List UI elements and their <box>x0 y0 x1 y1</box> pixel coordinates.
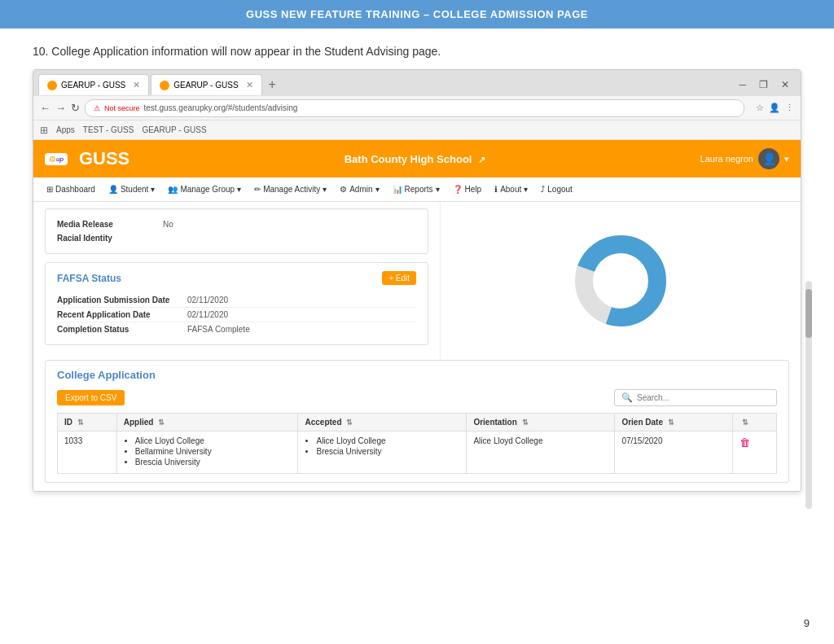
manage-group-dropdown-icon: ▾ <box>237 185 241 194</box>
profile-icon[interactable]: 👤 <box>769 103 780 113</box>
college-table: ID ⇅ Applied ⇅ Accepted ⇅ Orientation ⇅ … <box>57 413 777 474</box>
row-applied: Alice Lloyd College Bellarmine Universit… <box>116 432 298 474</box>
bookmarks-bar: ⊞ Apps TEST - GUSS GEARUP - GUSS <box>33 120 801 140</box>
close-button[interactable]: ✕ <box>778 79 792 90</box>
donut-chart <box>572 232 669 330</box>
college-search-box[interactable]: 🔍 <box>614 389 777 406</box>
page-number: 9 <box>804 617 810 629</box>
bookmark-gearup-guss[interactable]: GEARUP - GUSS <box>142 125 206 134</box>
about-dropdown-icon: ▾ <box>524 185 528 194</box>
browser-tabs: GEARUP - GUSS ✕ GEARUP - GUSS ✕ + ─ ❐ ✕ <box>33 70 801 96</box>
forward-button[interactable]: → <box>55 102 66 114</box>
tab-close-2[interactable]: ✕ <box>246 80 253 90</box>
avatar[interactable]: 👤 <box>758 148 779 169</box>
header-title: GUSS NEW FEATURE TRAINING – COLLEGE ADMI… <box>246 8 588 20</box>
nav-help[interactable]: ❓ Help <box>448 177 487 201</box>
bookmark-icon[interactable]: ☆ <box>756 103 764 113</box>
col-orien-date[interactable]: Orien Date ⇅ <box>615 414 733 432</box>
row-delete[interactable]: 🗑 <box>733 432 777 474</box>
table-row: 1033 Alice Lloyd College Bellarmine Univ… <box>58 432 777 474</box>
nav-manage-activity[interactable]: ✏ Manage Activity ▾ <box>249 177 331 201</box>
nav-dashboard[interactable]: ⊞ Dashboard <box>42 177 100 201</box>
back-button[interactable]: ← <box>40 102 50 114</box>
reports-icon: 📊 <box>393 185 402 194</box>
logo-area: ⚙ up GUSS <box>45 148 129 169</box>
nav-manage-group[interactable]: 👥 Manage Group ▾ <box>163 177 246 201</box>
manage-activity-icon: ✏ <box>254 185 261 194</box>
row-id: 1033 <box>58 432 117 474</box>
right-panel <box>441 202 801 360</box>
row-orientation: Alice Lloyd College <box>467 432 615 474</box>
bookmark-test-guss[interactable]: TEST - GUSS <box>83 125 134 134</box>
fafsa-row-0: Application Submission Date 02/11/2020 <box>57 293 416 308</box>
user-dropdown-icon[interactable]: ▾ <box>784 154 789 164</box>
media-release-value: No <box>163 220 173 229</box>
applied-item-1: Alice Lloyd College <box>135 436 292 445</box>
logo-guss-text: GUSS <box>79 148 129 169</box>
scrollbar-track[interactable] <box>805 281 812 509</box>
nav-logout[interactable]: ⤴ Logout <box>536 177 577 201</box>
fafsa-edit-button[interactable]: + Edit <box>382 271 416 285</box>
main-content: 10. College Application information will… <box>0 28 834 508</box>
nav-admin[interactable]: ⚙ Admin ▾ <box>335 177 384 201</box>
menu-icon[interactable]: ⋮ <box>785 103 794 113</box>
applied-item-2: Bellarmine University <box>135 447 292 456</box>
col-applied[interactable]: Applied ⇅ <box>116 414 298 432</box>
apps-grid-icon: ⊞ <box>40 125 48 136</box>
media-release-label: Media Release <box>57 220 155 229</box>
nav-bar: ⊞ Dashboard 👤 Student ▾ 👥 Manage Group ▾… <box>33 177 801 202</box>
url-text: test.guss.gearupky.org/#/students/advisi… <box>144 103 298 112</box>
racial-identity-row: Racial Identity <box>57 231 416 245</box>
external-link-icon[interactable]: ↗ <box>478 155 485 164</box>
scrollbar-thumb[interactable] <box>805 289 812 338</box>
nav-student[interactable]: 👤 Student ▾ <box>103 177 160 201</box>
row-orien-date: 07/15/2020 <box>615 432 733 474</box>
row-accepted: Alice Lloyd College Brescia University <box>298 432 467 474</box>
url-field[interactable]: ⚠ Not secure test.guss.gearupky.org/#/st… <box>85 99 744 117</box>
nav-about[interactable]: ℹ About ▾ <box>489 177 533 201</box>
fafsa-field-value-2: FAFSA Complete <box>187 325 250 334</box>
browser-tab-1[interactable]: GEARUP - GUSS ✕ <box>38 74 149 95</box>
new-tab-button[interactable]: + <box>264 77 281 92</box>
fafsa-row-1: Recent Application Date 02/11/2020 <box>57 308 416 322</box>
page-header: GUSS NEW FEATURE TRAINING – COLLEGE ADMI… <box>0 0 834 28</box>
reload-button[interactable]: ↻ <box>71 102 80 114</box>
user-name: Laura negron <box>700 154 753 164</box>
window-controls: ─ ❐ ✕ <box>735 79 796 90</box>
fafsa-row-2: Completion Status FAFSA Complete <box>57 322 416 336</box>
tab-favicon-2 <box>160 81 169 90</box>
restore-button[interactable]: ❐ <box>756 79 771 90</box>
col-id[interactable]: ID ⇅ <box>58 414 117 432</box>
college-search-input[interactable] <box>637 393 770 402</box>
delete-icon[interactable]: 🗑 <box>740 436 750 449</box>
racial-identity-label: Racial Identity <box>57 234 155 243</box>
student-dropdown-icon: ▾ <box>151 185 155 194</box>
reports-dropdown-icon: ▾ <box>436 185 440 194</box>
tab-close-1[interactable]: ✕ <box>133 80 140 90</box>
address-icons: ☆ 👤 ⋮ <box>756 103 794 113</box>
applied-item-3: Brescia University <box>135 458 292 467</box>
fafsa-field-label-1: Recent Application Date <box>57 310 179 319</box>
fafsa-title: FAFSA Status <box>57 273 121 284</box>
fafsa-section: FAFSA Status + Edit Application Submissi… <box>45 262 428 345</box>
help-icon: ❓ <box>453 185 463 194</box>
col-accepted[interactable]: Accepted ⇅ <box>298 414 467 432</box>
college-application-section: College Application Export to CSV 🔍 ID ⇅… <box>45 360 789 483</box>
college-toolbar: Export to CSV 🔍 <box>57 389 777 406</box>
manage-group-icon: 👥 <box>168 185 178 194</box>
admin-icon: ⚙ <box>340 185 347 194</box>
intro-text: 10. College Application information will… <box>33 45 801 58</box>
fafsa-field-label-2: Completion Status <box>57 325 179 334</box>
browser-tab-2[interactable]: GEARUP - GUSS ✕ <box>151 74 261 95</box>
nav-reports[interactable]: 📊 Reports ▾ <box>388 177 445 201</box>
accepted-item-1: Alice Lloyd College <box>316 436 459 445</box>
minimize-button[interactable]: ─ <box>735 79 749 90</box>
admin-dropdown-icon: ▾ <box>375 185 380 194</box>
bookmark-apps[interactable]: Apps <box>56 125 75 134</box>
col-orientation[interactable]: Orientation ⇅ <box>467 414 615 432</box>
export-csv-button[interactable]: Export to CSV <box>57 390 125 405</box>
secure-warning-text: Not secure <box>104 104 140 112</box>
col-actions: ⇅ <box>733 414 777 432</box>
college-application-title: College Application <box>57 369 777 381</box>
fafsa-field-label-0: Application Submission Date <box>57 296 179 304</box>
